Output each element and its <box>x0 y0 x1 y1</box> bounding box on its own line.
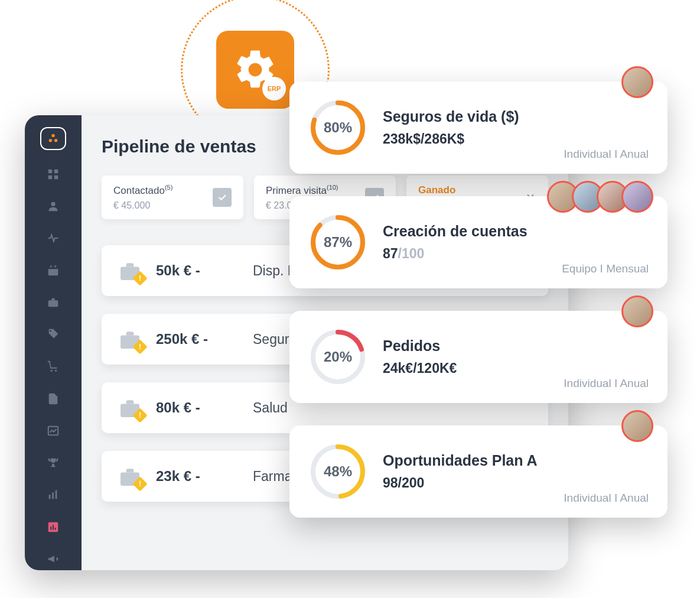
progress-ring-icon: 48% <box>310 443 366 500</box>
kpi-title: Pedidos <box>383 337 647 355</box>
svg-rect-12 <box>48 300 58 307</box>
stage-name: Contactado(5) <box>113 184 172 197</box>
briefcase-warning-icon <box>118 467 142 486</box>
svg-rect-11 <box>55 265 56 267</box>
avatar <box>621 410 653 442</box>
kpi-stack: 80% Seguros de vida ($) 238k$/286K$ Indi… <box>289 82 668 518</box>
nav-briefcase-icon[interactable] <box>40 291 66 314</box>
kpi-meta: Equipo I Mensual <box>562 262 649 275</box>
briefcase-warning-icon <box>118 330 142 349</box>
kpi-value: 87/100 <box>383 246 647 262</box>
kpi-title: Oportunidades Plan A <box>383 452 647 469</box>
nav-calendar-icon[interactable] <box>40 259 66 282</box>
stage-amount: € 45.000 <box>113 200 172 211</box>
check-icon <box>213 188 232 207</box>
svg-point-7 <box>51 202 55 206</box>
deal-amount: 250k € - <box>156 331 239 347</box>
kpi-title: Creación de cuentas <box>383 223 647 240</box>
avatar <box>621 66 653 98</box>
sidebar <box>25 115 82 570</box>
svg-rect-6 <box>54 176 58 179</box>
kpi-avatars <box>621 295 653 327</box>
svg-point-14 <box>55 370 57 372</box>
svg-rect-22 <box>55 528 56 530</box>
kpi-card[interactable]: 87% Creación de cuentas 87/100 Equipo I … <box>289 196 668 288</box>
svg-rect-21 <box>53 525 54 529</box>
nav-grid-icon[interactable] <box>40 163 66 186</box>
kpi-percent: 80% <box>310 99 366 156</box>
nav-tag-icon[interactable] <box>40 323 66 346</box>
svg-rect-5 <box>48 176 52 179</box>
erp-label-badge: ERP <box>262 77 286 100</box>
briefcase-warning-icon <box>118 261 142 280</box>
svg-point-13 <box>51 370 53 372</box>
nav-document-icon[interactable] <box>40 388 66 410</box>
svg-rect-16 <box>49 495 51 499</box>
avatar <box>621 295 653 327</box>
nav-trophy-icon[interactable] <box>40 451 66 474</box>
kpi-meta: Individual I Anual <box>564 148 649 161</box>
kpi-avatars <box>621 66 653 98</box>
svg-point-1 <box>49 139 53 142</box>
kpi-avatars <box>547 181 653 213</box>
briefcase-warning-icon <box>118 398 142 417</box>
svg-rect-17 <box>52 493 54 499</box>
kpi-avatars <box>621 410 653 442</box>
svg-rect-9 <box>48 266 58 269</box>
kpi-percent: 87% <box>310 214 366 271</box>
progress-ring-icon: 20% <box>310 329 366 385</box>
kpi-card[interactable]: 20% Pedidos 24k€/120K€ Individual I Anua… <box>289 311 668 403</box>
deal-amount: 80k € - <box>156 399 239 416</box>
kpi-value-suffix: /100 <box>398 246 425 261</box>
kpi-card[interactable]: 80% Seguros de vida ($) 238k$/286K$ Indi… <box>289 82 668 174</box>
deal-amount: 50k € - <box>156 262 239 279</box>
nav-dashboard-icon[interactable] <box>40 516 66 538</box>
kpi-card[interactable]: 48% Oportunidades Plan A 98/200 Individu… <box>289 425 668 518</box>
kpi-meta: Individual I Anual <box>564 377 649 390</box>
svg-rect-4 <box>54 170 58 173</box>
nav-contacts-icon[interactable] <box>40 195 66 217</box>
svg-rect-3 <box>48 170 52 173</box>
deal-amount: 23k € - <box>156 468 239 485</box>
svg-rect-18 <box>56 490 57 499</box>
svg-point-0 <box>51 134 55 138</box>
app-logo-icon[interactable] <box>40 127 66 150</box>
kpi-value: 24k€/120K€ <box>383 360 647 376</box>
kpi-title: Seguros de vida ($) <box>383 108 647 125</box>
kpi-percent: 20% <box>310 329 366 385</box>
svg-rect-20 <box>50 526 51 530</box>
kpi-value: 98/200 <box>383 475 647 491</box>
progress-ring-icon: 87% <box>310 214 366 271</box>
deal-name: Salud <box>253 400 288 416</box>
kpi-meta: Individual I Anual <box>564 492 649 505</box>
erp-badge: ERP <box>216 31 294 109</box>
progress-ring-icon: 80% <box>310 99 366 156</box>
kpi-percent: 48% <box>310 443 366 500</box>
avatar <box>621 181 653 213</box>
svg-point-2 <box>54 139 58 142</box>
kpi-value: 238k$/286K$ <box>383 131 647 147</box>
nav-cart-icon[interactable] <box>40 355 66 378</box>
nav-bars-icon[interactable] <box>40 483 66 506</box>
nav-activity-icon[interactable] <box>40 227 66 249</box>
svg-rect-10 <box>50 265 51 267</box>
nav-megaphone-icon[interactable] <box>40 548 66 570</box>
stage-card[interactable]: Contactado(5) € 45.000 <box>102 176 243 219</box>
nav-trend-icon[interactable] <box>40 420 66 442</box>
